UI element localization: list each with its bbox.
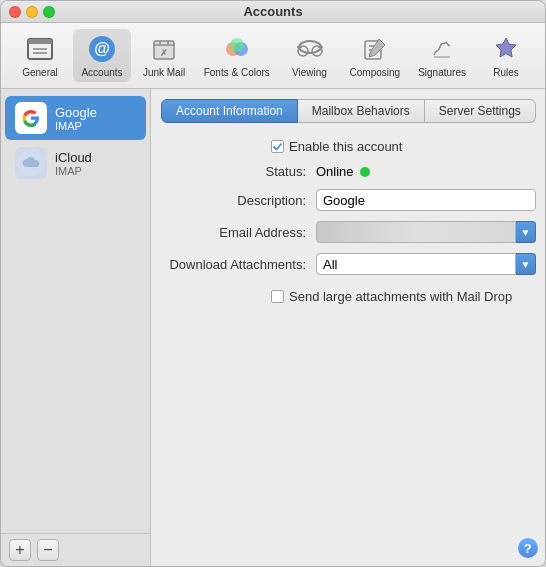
traffic-lights	[9, 6, 55, 18]
svg-text:@: @	[94, 40, 110, 57]
junk-mail-icon: ✗	[148, 33, 180, 65]
account-form: Enable this account Status: Online Descr…	[161, 139, 536, 304]
send-large-text: Send large attachments with Mail Drop	[289, 289, 512, 304]
download-value: All ▼	[316, 253, 536, 275]
send-large-row: Send large attachments with Mail Drop	[161, 289, 536, 304]
sidebar-footer: + −	[1, 533, 150, 566]
sidebar-item-google[interactable]: Google IMAP	[5, 96, 146, 140]
viewing-label: Viewing	[292, 67, 327, 78]
account-list: Google IMAP iCloud IMAP	[1, 89, 150, 533]
accounts-label: Accounts	[81, 67, 122, 78]
window: Accounts General @ Accou	[0, 0, 546, 567]
google-account-icon	[15, 102, 47, 134]
google-account-name: Google	[55, 105, 97, 120]
general-icon	[24, 33, 56, 65]
viewing-icon	[294, 33, 326, 65]
sidebar: Google IMAP iCloud IMAP	[1, 89, 151, 566]
tabs: Account Information Mailbox Behaviors Se…	[161, 99, 536, 123]
minimize-button[interactable]	[26, 6, 38, 18]
email-container: ▼	[316, 221, 536, 243]
help-button[interactable]: ?	[518, 538, 538, 558]
description-input[interactable]	[316, 189, 536, 211]
svg-text:✗: ✗	[160, 48, 168, 58]
toolbar-item-junk-mail[interactable]: ✗ Junk Mail	[135, 29, 193, 82]
description-value	[316, 189, 536, 211]
titlebar: Accounts	[1, 1, 545, 23]
junk-mail-label: Junk Mail	[143, 67, 185, 78]
download-select-container: All ▼	[316, 253, 536, 275]
tab-server-settings[interactable]: Server Settings	[425, 99, 536, 123]
remove-account-button[interactable]: −	[37, 539, 59, 561]
description-label: Description:	[161, 193, 316, 208]
download-label: Download Attachments:	[161, 257, 316, 272]
signatures-icon	[426, 33, 458, 65]
status-row: Status: Online	[161, 164, 536, 179]
send-large-label[interactable]: Send large attachments with Mail Drop	[271, 289, 512, 304]
toolbar: General @ Accounts ✗	[1, 23, 545, 89]
general-label: General	[22, 67, 58, 78]
google-account-info: Google IMAP	[55, 105, 97, 132]
toolbar-item-general[interactable]: General	[11, 29, 69, 82]
email-label: Email Address:	[161, 225, 316, 240]
status-label: Status:	[161, 164, 316, 179]
enable-account-text: Enable this account	[289, 139, 402, 154]
enable-account-row: Enable this account	[161, 139, 536, 154]
rules-label: Rules	[493, 67, 519, 78]
accounts-icon: @	[86, 33, 118, 65]
sidebar-item-icloud[interactable]: iCloud IMAP	[5, 141, 146, 185]
signatures-label: Signatures	[418, 67, 466, 78]
fonts-colors-label: Fonts & Colors	[204, 67, 270, 78]
composing-label: Composing	[350, 67, 401, 78]
svg-rect-1	[28, 39, 52, 44]
email-dropdown-button[interactable]: ▼	[516, 221, 536, 243]
toolbar-item-accounts[interactable]: @ Accounts	[73, 29, 131, 82]
status-value: Online	[316, 164, 536, 179]
toolbar-item-composing[interactable]: Composing	[343, 29, 408, 82]
email-row: Email Address: ▼	[161, 221, 536, 243]
fonts-colors-icon	[221, 33, 253, 65]
svg-point-14	[299, 41, 321, 53]
enable-account-label[interactable]: Enable this account	[271, 139, 402, 154]
toolbar-item-viewing[interactable]: Viewing	[281, 29, 339, 82]
tab-account-information[interactable]: Account Information	[161, 99, 298, 123]
close-button[interactable]	[9, 6, 21, 18]
google-account-type: IMAP	[55, 120, 97, 132]
email-display	[316, 221, 516, 243]
status-dot	[360, 167, 370, 177]
add-account-button[interactable]: +	[9, 539, 31, 561]
icloud-account-type: IMAP	[55, 165, 92, 177]
status-text: Online	[316, 164, 354, 179]
main-content: Google IMAP iCloud IMAP	[1, 89, 545, 566]
download-attachments-row: Download Attachments: All ▼	[161, 253, 536, 275]
icloud-account-name: iCloud	[55, 150, 92, 165]
icloud-account-info: iCloud IMAP	[55, 150, 92, 177]
rules-icon	[490, 33, 522, 65]
composing-icon	[359, 33, 391, 65]
toolbar-item-fonts-colors[interactable]: Fonts & Colors	[197, 29, 277, 82]
content-area: Account Information Mailbox Behaviors Se…	[151, 89, 545, 566]
svg-marker-24	[496, 38, 516, 57]
svg-point-13	[230, 38, 244, 52]
toolbar-item-signatures[interactable]: Signatures	[411, 29, 473, 82]
download-dropdown-button[interactable]: ▼	[516, 253, 536, 275]
toolbar-item-rules[interactable]: Rules	[477, 29, 535, 82]
enable-account-checkbox[interactable]	[271, 140, 284, 153]
email-value: ▼	[316, 221, 536, 243]
send-large-checkbox[interactable]	[271, 290, 284, 303]
description-row: Description:	[161, 189, 536, 211]
icloud-account-icon	[15, 147, 47, 179]
maximize-button[interactable]	[43, 6, 55, 18]
download-select-display: All	[316, 253, 516, 275]
window-title: Accounts	[243, 4, 302, 19]
tab-mailbox-behaviors[interactable]: Mailbox Behaviors	[298, 99, 425, 123]
